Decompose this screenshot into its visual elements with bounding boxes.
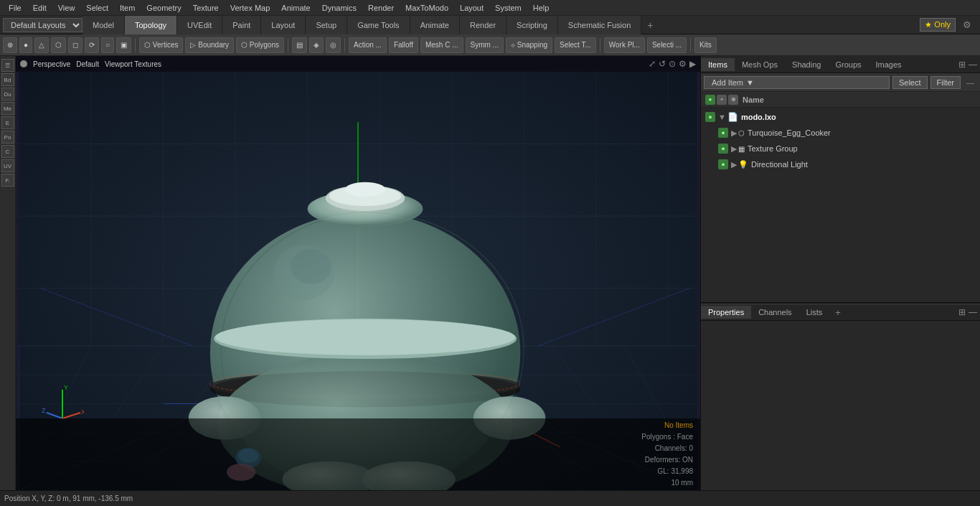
tab-render[interactable]: Render (460, 16, 507, 34)
viewport-default-label[interactable]: Default (76, 60, 99, 68)
tab-shading[interactable]: Shading (785, 58, 828, 71)
add-item-button[interactable]: Add Item ▼ (704, 76, 890, 89)
tool-symm[interactable]: Symm ... (466, 37, 504, 53)
tree-arrow-texture[interactable]: ▶ (731, 144, 737, 154)
tool-vertices[interactable]: ⬡ Vertices (139, 37, 183, 53)
vp-zoom-icon[interactable]: ⊙ (669, 59, 676, 69)
tab-paint[interactable]: Paint (222, 16, 261, 34)
tool-boundary[interactable]: ▷ Boundary (185, 37, 234, 53)
menu-system[interactable]: System (489, 2, 527, 14)
tree-vis-egg[interactable]: ● (718, 128, 728, 138)
tool-move[interactable]: ⊕ (3, 37, 17, 53)
tree-vis-light[interactable]: ● (718, 159, 728, 169)
left-tool-2[interactable]: Bd (1, 73, 14, 86)
prop-add-btn[interactable]: + (829, 305, 847, 320)
menu-animate[interactable]: Animate (275, 2, 316, 14)
tool-grid[interactable]: ▣ (116, 37, 131, 53)
tree-item-texture-group[interactable]: ● ▶ ▦ Texture Group (701, 141, 980, 156)
tool-select-t[interactable]: Select T... (555, 37, 596, 53)
tab-uvedit[interactable]: UVEdit (177, 16, 222, 34)
tab-model[interactable]: Model (83, 16, 125, 34)
prop-expand-btn[interactable]: ⊞ (958, 307, 966, 317)
menu-layout[interactable]: Layout (454, 2, 489, 14)
menu-select[interactable]: Select (80, 2, 114, 14)
left-tool-3[interactable]: Du (1, 88, 14, 100)
menu-vertex-map[interactable]: Vertex Map (225, 2, 276, 14)
tree-arrow-root[interactable]: ▼ (718, 113, 726, 121)
tab-scripting[interactable]: Scripting (507, 16, 558, 34)
vis-btn-2[interactable]: + (717, 95, 727, 105)
prop-tab-lists[interactable]: Lists (799, 306, 830, 319)
viewport-texture-label[interactable]: Viewport Textures (105, 60, 161, 68)
vp-rotate-icon[interactable]: ↺ (659, 59, 666, 69)
viewport-perspective-label[interactable]: Perspective (33, 60, 70, 68)
tool-polygons[interactable]: ⬡ Polygons (236, 37, 284, 53)
tool-action[interactable]: Action ... (349, 37, 387, 53)
items-expand-btn[interactable]: ⊞ (958, 60, 966, 70)
menu-edit[interactable]: Edit (27, 2, 52, 14)
tool-icon-c[interactable]: ◎ (326, 37, 341, 53)
tool-triangle[interactable]: △ (34, 37, 49, 53)
menu-help[interactable]: Help (527, 2, 555, 14)
tool-work-plane[interactable]: Work Pl... (604, 37, 645, 53)
tree-item-directional-light[interactable]: ● ▶ 💡 Directional Light (701, 156, 980, 172)
items-collapse-btn[interactable]: — (969, 60, 977, 70)
tool-select-dot[interactable]: ● (19, 37, 32, 53)
tree-arrow-egg[interactable]: ▶ (731, 128, 737, 138)
select-button[interactable]: Select (892, 76, 928, 89)
tool-snapping[interactable]: ⟐ Snapping (506, 37, 552, 53)
tree-vis-root[interactable]: ● (705, 112, 715, 122)
tab-game-tools[interactable]: Game Tools (347, 16, 410, 34)
tab-groups[interactable]: Groups (828, 58, 868, 71)
tool-square[interactable]: ◻ (68, 37, 83, 53)
tab-animate[interactable]: Animate (410, 16, 460, 34)
tool-mesh-c[interactable]: Mesh C ... (420, 37, 463, 53)
tree-vis-texture[interactable]: ● (718, 144, 728, 154)
menu-maxtomodo[interactable]: MaxToModo (400, 2, 454, 14)
viewport[interactable]: Perspective Default Viewport Textures ⤢ … (16, 56, 700, 490)
left-tool-5[interactable]: E (1, 116, 14, 129)
tool-falloff[interactable]: Falloff (389, 37, 418, 53)
tool-selecti[interactable]: Selecti ... (647, 37, 687, 53)
layout-dropdown[interactable]: Default Layouts (3, 18, 83, 32)
tab-items[interactable]: Items (701, 58, 735, 71)
tool-kits[interactable]: Kits (694, 37, 717, 53)
left-tool-9[interactable]: F. (1, 174, 14, 187)
left-tool-1[interactable]: ☰ (1, 59, 14, 72)
layout-settings-button[interactable]: ⚙ (958, 18, 976, 32)
left-tool-6[interactable]: Po (1, 131, 14, 144)
prop-collapse-btn[interactable]: — (969, 307, 977, 317)
tab-topology[interactable]: Topology (125, 16, 177, 34)
tree-arrow-light[interactable]: ▶ (731, 160, 737, 169)
vis-btn-1[interactable]: ● (705, 95, 715, 105)
left-tool-7[interactable]: C (1, 145, 14, 158)
left-tool-8[interactable]: UV (1, 159, 14, 172)
items-minus-btn[interactable]: — (963, 78, 977, 87)
tool-rotate[interactable]: ⟳ (85, 37, 99, 53)
filter-button[interactable]: Filter (930, 76, 961, 89)
tab-mesh-ops[interactable]: Mesh Ops (735, 58, 785, 71)
tool-icon-b[interactable]: ◈ (309, 37, 324, 53)
tool-icon-a[interactable]: ▤ (292, 37, 307, 53)
vis-btn-3[interactable]: ⊕ (728, 95, 738, 105)
vp-settings-icon[interactable]: ⚙ (679, 59, 687, 69)
tree-item-root[interactable]: ● ▼ 📄 modo.lxo (701, 109, 980, 125)
vp-fit-icon[interactable]: ⤢ (649, 59, 656, 69)
tree-item-egg-cooker[interactable]: ● ▶ ⬡ Turquoise_Egg_Cooker (701, 125, 980, 141)
tool-circle[interactable]: ○ (101, 37, 114, 53)
menu-view[interactable]: View (52, 2, 81, 14)
prop-tab-channels[interactable]: Channels (751, 306, 798, 319)
menu-file[interactable]: File (3, 2, 27, 14)
menu-dynamics[interactable]: Dynamics (316, 2, 362, 14)
menu-render[interactable]: Render (362, 2, 400, 14)
menu-texture[interactable]: Texture (187, 2, 225, 14)
tab-images[interactable]: Images (869, 58, 909, 71)
add-layout-tab-button[interactable]: + (641, 17, 659, 34)
vp-play-icon[interactable]: ▶ (689, 59, 696, 69)
prop-tab-properties[interactable]: Properties (701, 306, 751, 319)
tool-hex[interactable]: ⬡ (51, 37, 66, 53)
tab-schematic-fusion[interactable]: Schematic Fusion (558, 16, 641, 34)
menu-geometry[interactable]: Geometry (141, 2, 187, 14)
tab-setup[interactable]: Setup (306, 16, 347, 34)
tab-layout[interactable]: Layout (261, 16, 306, 34)
